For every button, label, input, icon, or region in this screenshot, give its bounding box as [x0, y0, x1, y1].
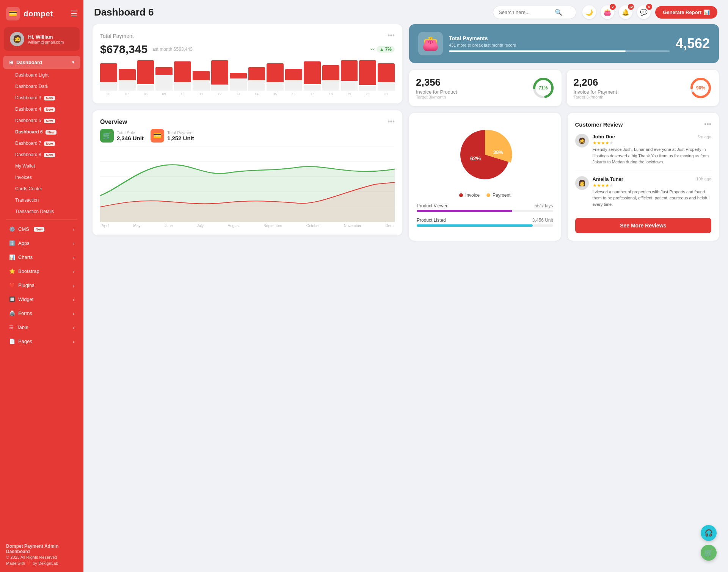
sidebar-item-dashboard[interactable]: ⊞ Dashboard ▾	[3, 56, 80, 69]
bar-col	[174, 60, 191, 91]
bar-bg	[119, 81, 136, 91]
sidebar-item-forms[interactable]: 🖨️ Forms ›	[3, 307, 80, 320]
bar-bg	[174, 83, 191, 91]
stat-payment-label: Total Payment	[167, 130, 194, 135]
wallet-button[interactable]: 👛 2	[601, 5, 614, 19]
sidebar-subitem-wallet[interactable]: My Wallet	[3, 161, 80, 171]
app-name: dompet	[24, 9, 53, 18]
theme-toggle[interactable]: 🌙	[582, 5, 596, 19]
bar-fg	[193, 71, 210, 80]
sidebar-subitem-dashboard7[interactable]: Dashboard 7 New	[3, 138, 80, 149]
sidebar-subitem-invoices[interactable]: Invoices	[3, 172, 80, 183]
bar-fg	[322, 65, 339, 80]
bar-x-label: 10	[174, 92, 191, 96]
review-time-1: 10h ago	[696, 177, 711, 181]
cart-fab[interactable]: 🛒	[701, 545, 717, 561]
bar-bg	[378, 83, 395, 91]
review-text-1: I viewed a number of properties with Jus…	[593, 189, 712, 208]
bar-col	[304, 60, 321, 91]
search-icon: 🔍	[555, 9, 562, 16]
bar-col	[285, 60, 302, 91]
sidebar-subitem-dashboard-dark[interactable]: Dashboard Dark	[3, 81, 80, 92]
search-bar[interactable]: 🔍	[493, 6, 576, 19]
metrics-row: 2,356 Invoice for Product Target 3k/mont…	[409, 70, 719, 106]
notification-button[interactable]: 🔔 12	[619, 5, 632, 19]
overview-header: Overview •••	[100, 118, 395, 126]
chevron-right-icon: ›	[73, 297, 74, 302]
total-payment-menu[interactable]: •••	[388, 32, 395, 40]
invoice-dot	[459, 193, 463, 197]
total-sale-label: Total Sale	[117, 130, 144, 135]
sidebar-subitem-dashboard-light[interactable]: Dashboard Light	[3, 70, 80, 80]
bar-bg	[193, 81, 210, 91]
generate-report-button[interactable]: Generate Report 📊	[655, 6, 717, 19]
fab-group: 🎧 🛒	[701, 525, 717, 561]
bell-icon: 🔔	[622, 9, 629, 16]
footer-copyright: © 2023 All Rights Reserved	[6, 555, 77, 559]
sidebar-item-plugins[interactable]: ❤️ Plugins ›	[3, 279, 80, 292]
banner-title: Total Payments	[449, 35, 670, 41]
bar-chart	[100, 60, 395, 91]
sidebar-item-cms[interactable]: ⚙️ CMS New ›	[3, 223, 80, 236]
last-month-label: last month $563,443	[151, 47, 193, 52]
bar-x-label: 17	[304, 92, 321, 96]
sidebar-item-pages[interactable]: 📄 Pages ›	[3, 335, 80, 348]
sidebar-subitem-transaction[interactable]: Transaction	[3, 195, 80, 205]
bar-x-label: 09	[155, 92, 173, 96]
overview-title: Overview	[100, 119, 127, 125]
chevron-down-icon: ▾	[72, 60, 74, 65]
message-button[interactable]: 💬 5	[637, 5, 651, 19]
bar-bg	[267, 83, 284, 91]
notification-badge: 12	[628, 4, 634, 10]
dashboard-icon: ⊞	[9, 60, 13, 65]
sidebar-item-bootstrap[interactable]: ⭐ Bootstrap ›	[3, 265, 80, 278]
sidebar-subitem-transaction-details[interactable]: Transaction Details	[3, 206, 80, 217]
area-chart-svg	[100, 146, 395, 222]
metric-invoice-product: 2,356 Invoice for Product Target 3k/mont…	[409, 70, 562, 106]
sidebar-subitem-cards[interactable]: Cards Center	[3, 183, 80, 194]
bar-bg	[341, 81, 358, 91]
metric2-donut: 90%	[689, 77, 712, 99]
bar-bg	[285, 81, 302, 91]
bar-col	[211, 60, 228, 91]
metric2-value: 2,206	[574, 77, 684, 88]
bar-col	[100, 60, 117, 91]
bar-col	[155, 60, 173, 91]
apps-icon: ℹ️	[9, 240, 15, 246]
bar-fg	[267, 63, 284, 82]
bar-x-label: 18	[322, 92, 339, 96]
svg-text:62%: 62%	[470, 155, 481, 161]
sidebar-subitem-dashboard3[interactable]: Dashboard 3 New	[3, 92, 80, 103]
chevron-right-icon: ›	[73, 255, 74, 260]
sidebar-item-charts[interactable]: 📊 Charts ›	[3, 251, 80, 264]
sidebar-subitem-dashboard6[interactable]: Dashboard 6 New	[3, 127, 80, 137]
trend-line-icon: 〰	[370, 47, 375, 52]
bar-x-label: 06	[100, 92, 117, 96]
user-profile[interactable]: 🧔 Hi, William william@gmail.com	[4, 27, 80, 51]
sidebar-logo: 💳 dompet ☰	[0, 0, 83, 27]
legend-payment: Payment	[486, 193, 510, 198]
total-payment-row: $678,345 last month $563,443 〰 ▲ 7%	[100, 43, 395, 56]
total-payment-title: Total Payment	[100, 33, 134, 39]
product-row-listed: Product Listed 3,456 Unit	[417, 218, 553, 227]
support-fab[interactable]: 🎧	[701, 525, 717, 541]
review-header: Customer Review •••	[575, 121, 712, 129]
sidebar-item-apps[interactable]: ℹ️ Apps ›	[3, 237, 80, 250]
generate-report-label: Generate Report	[663, 9, 701, 15]
bar-fg	[119, 69, 136, 80]
hamburger-icon[interactable]: ☰	[71, 9, 77, 18]
metric2-target: Target 3k/month	[574, 95, 684, 99]
bar-fg	[248, 67, 265, 80]
sidebar-subitem-dashboard8[interactable]: Dashboard 8 New	[3, 149, 80, 160]
sidebar-subitem-dashboard4[interactable]: Dashboard 4 New	[3, 104, 80, 114]
review-menu[interactable]: •••	[704, 121, 711, 129]
product-viewed-bar	[417, 210, 553, 212]
bar-col	[230, 60, 247, 91]
search-input[interactable]	[499, 9, 552, 15]
see-more-reviews-button[interactable]: See More Reviews	[575, 218, 712, 233]
sidebar-subitem-dashboard5[interactable]: Dashboard 5 New	[3, 115, 80, 126]
legend-invoice: Invoice	[459, 193, 480, 198]
sidebar-item-table[interactable]: ☰ Table ›	[3, 321, 80, 334]
sidebar-item-widget[interactable]: 🔲 Widget ›	[3, 293, 80, 306]
overview-menu[interactable]: •••	[388, 118, 395, 126]
